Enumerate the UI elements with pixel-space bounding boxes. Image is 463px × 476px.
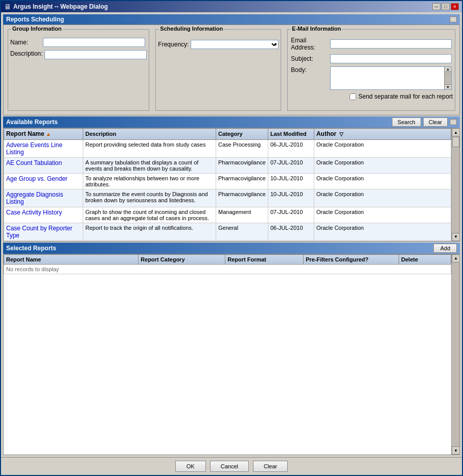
ok-button[interactable]: OK: [175, 461, 206, 472]
report-author: Oracle Corporation: [314, 207, 451, 223]
scroll-down-arrow[interactable]: ▼: [452, 233, 460, 241]
sel-col-delete: Delete: [399, 254, 451, 264]
group-information-title: Group Information: [11, 26, 63, 32]
report-category: Pharmacovigilance: [216, 189, 268, 207]
selected-reports-section: Selected Reports Add Report Name Report …: [3, 243, 460, 456]
col-last-modified: Last Modified: [268, 129, 314, 140]
report-category: General: [216, 223, 268, 241]
report-description: A summary tabulation that displays a cou…: [83, 157, 216, 173]
report-category: Pharmacovigilance: [216, 157, 268, 173]
clear-bottom-button[interactable]: Clear: [253, 461, 288, 472]
table-row: Case Activity HistoryGraph to show the c…: [4, 207, 451, 223]
name-row: Name:: [10, 38, 147, 47]
sel-col-format: Report Format: [225, 254, 304, 264]
report-name-link[interactable]: Case Count by Reporter Type: [6, 225, 72, 239]
subject-label: Subject:: [291, 55, 313, 62]
description-input[interactable]: [44, 50, 147, 59]
no-records-row: No records to display: [4, 264, 451, 274]
selected-scroll-up[interactable]: ▲: [452, 254, 460, 263]
body-scroll-up[interactable]: ▲: [445, 67, 451, 72]
report-name-link[interactable]: AE Count Tabulation: [6, 159, 62, 166]
cancel-button[interactable]: Cancel: [210, 461, 249, 472]
window-title: Argus Insight -- Webpage Dialog: [13, 3, 108, 10]
selected-reports-title: Selected Reports: [6, 245, 56, 252]
report-name-link[interactable]: Case Activity History: [6, 209, 62, 216]
sort-icon: ▲: [46, 131, 51, 137]
group-information-box: Group Information Name: Description:: [8, 29, 149, 111]
close-button[interactable]: ✕: [451, 3, 459, 10]
sel-col-report-name: Report Name: [4, 254, 138, 264]
report-description: Graph to show the count of incoming and …: [83, 207, 216, 223]
body-textarea[interactable]: [331, 67, 444, 89]
report-name-link[interactable]: Adverse Events Line Listing: [6, 141, 62, 156]
report-last-modified: 10-JUL-2010: [268, 189, 314, 207]
email-address-input[interactable]: [330, 39, 452, 49]
main-window: 🖥 Argus Insight -- Webpage Dialog ─ □ ✕ …: [0, 0, 463, 476]
no-records-cell: No records to display: [4, 264, 451, 274]
report-description: To analyze relationships between two or …: [83, 173, 216, 189]
selected-reports-table-container: Report Name Report Category Report Forma…: [3, 254, 460, 456]
title-bar: 🖥 Argus Insight -- Webpage Dialog ─ □ ✕: [1, 1, 462, 12]
table-row: Age Group vs. GenderTo analyze relations…: [4, 173, 451, 189]
clear-available-button[interactable]: Clear: [423, 117, 448, 127]
scroll-up-arrow[interactable]: ▲: [452, 128, 460, 136]
bottom-bar: OK Cancel Clear: [1, 457, 462, 475]
available-reports-title: Available Reports: [6, 118, 58, 126]
frequency-label: Frequency:: [158, 41, 189, 48]
report-last-modified: 07-JUL-2010: [268, 157, 314, 173]
frequency-select[interactable]: Daily Weekly Monthly: [191, 40, 279, 49]
selected-reports-table: Report Name Report Category Report Forma…: [4, 254, 451, 274]
send-separate-label: Send separate mail for each report: [358, 93, 453, 100]
frequency-row: Frequency: Daily Weekly Monthly: [158, 40, 279, 49]
selected-scroll-down[interactable]: ▼: [452, 446, 460, 455]
report-name-link[interactable]: Aggregate Diagnosis Listing: [6, 191, 63, 205]
report-last-modified: 06-JUL-2010: [268, 223, 314, 241]
report-category: Case Processing: [216, 139, 268, 157]
available-reports-section: Available Reports Search Clear ─ Report …: [3, 116, 460, 242]
col-description: Description: [83, 129, 216, 140]
table-row: Adverse Events Line ListingReport provid…: [4, 139, 451, 157]
top-panel: Group Information Name: Description: Sch…: [3, 25, 460, 115]
name-input[interactable]: [43, 38, 145, 47]
sel-col-prefilters: Pre-Filters Configured?: [304, 254, 399, 264]
window-icon: 🖥: [4, 3, 11, 11]
scroll-thumb[interactable]: [452, 137, 459, 147]
subject-input[interactable]: [330, 54, 452, 63]
report-author: Oracle Corporation: [314, 157, 451, 173]
send-separate-row: Send separate mail for each report: [290, 93, 453, 100]
available-minimize-button[interactable]: ─: [450, 119, 457, 125]
available-reports-scrollbar: ▲ ▼: [451, 128, 459, 241]
available-reports-table: Report Name ▲ Description Category Last …: [4, 128, 451, 241]
email-information-title: E-Mail Information: [291, 26, 342, 32]
filter-icon[interactable]: ▽: [338, 131, 345, 138]
report-author: Oracle Corporation: [314, 189, 451, 207]
window-controls: ─ □ ✕: [432, 3, 459, 10]
report-author: Oracle Corporation: [314, 223, 451, 241]
report-author: Oracle Corporation: [314, 139, 451, 157]
scheduling-minimize-button[interactable]: ─: [450, 16, 457, 22]
scroll-track[interactable]: [452, 136, 459, 233]
table-row: Case Count by Reporter TypeReport to tra…: [4, 223, 451, 241]
col-category: Category: [216, 129, 268, 140]
body-scroll-down[interactable]: ▼: [445, 84, 451, 89]
report-category: Management: [216, 207, 268, 223]
scheduling-information-title: Scheduling Information: [159, 26, 224, 32]
report-description: To summarize the event counts by Diagnos…: [83, 189, 216, 207]
body-label: Body:: [291, 66, 307, 74]
report-author: Oracle Corporation: [314, 173, 451, 189]
report-last-modified: 06-JUL-2010: [268, 139, 314, 157]
email-information-box: E-Mail Information EmailAddress: Subject…: [287, 29, 455, 111]
add-button[interactable]: Add: [433, 244, 457, 253]
maximize-button[interactable]: □: [442, 3, 450, 10]
minimize-button[interactable]: ─: [432, 3, 441, 10]
report-description: Report to track the origin of all notifi…: [83, 223, 216, 241]
description-row: Description:: [10, 50, 147, 59]
report-name-link[interactable]: Age Group vs. Gender: [6, 175, 67, 182]
send-separate-checkbox[interactable]: [350, 93, 356, 100]
report-category: Pharmacovigilance: [216, 173, 268, 189]
col-author: Author ▽: [314, 129, 451, 140]
email-table: EmailAddress: Subject: Bod: [290, 35, 453, 92]
selected-scroll-track[interactable]: [452, 263, 459, 447]
reports-scheduling-title: Reports Scheduling: [6, 16, 64, 23]
search-button[interactable]: Search: [392, 117, 421, 127]
